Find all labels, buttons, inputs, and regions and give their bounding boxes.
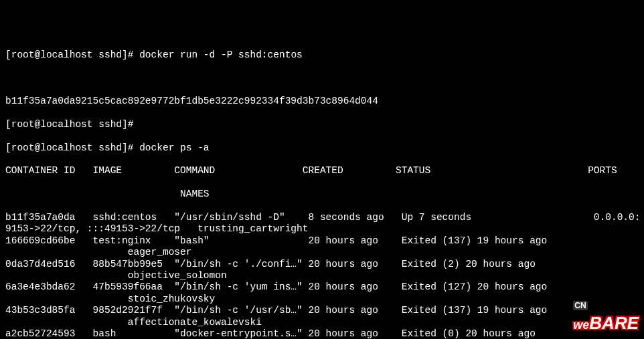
table-row: 166669cd66be test:nginx "bash" 20 hours … (5, 235, 639, 247)
watermark-bare: BARE (589, 313, 639, 333)
prompt: [root@localhost sshd]# (5, 49, 133, 60)
table-row-names: 9153->22/tcp, :::49153->22/tcp trusting_… (5, 223, 639, 235)
table-row: a2cb52724593 bash "docker-entrypoint.s…"… (5, 328, 639, 339)
table-row-names: stoic_zhukovsky (5, 294, 639, 305)
table-header: CONTAINER ID IMAGE COMMAND CREATED STATU… (5, 165, 639, 177)
command: docker run -d -P sshd:centos (139, 49, 303, 60)
table-row: 6a3e4e3bda62 47b5939f66aa "/bin/sh -c 'y… (5, 281, 639, 293)
table-row: 43b53c3d85fa 9852d2921f7f "/bin/sh -c '/… (5, 305, 639, 316)
watermark-we: we (573, 318, 589, 332)
terminal-line: [root@localhost sshd]# docker run -d -P … (5, 49, 639, 61)
output-line: b11f35a7a0da9215c5cac892e9772bf1db5e3222… (5, 96, 639, 107)
terminal-line: [root@localhost sshd]# docker ps -a (5, 142, 639, 154)
table-row-names: objective_solomon (5, 270, 639, 281)
table-row: b11f35a7a0da sshd:centos "/usr/sbin/sshd… (5, 212, 639, 223)
watermark-logo: CNweBARE (573, 301, 639, 334)
command: docker ps -a (139, 142, 209, 153)
table-row-names: affectionate_kowalevski (5, 317, 639, 328)
prompt: [root@localhost sshd]# (5, 142, 133, 153)
watermark-cn: CN (573, 301, 587, 310)
prompt: [root@localhost sshd]# (5, 119, 133, 130)
terminal-line: [root@localhost sshd]# (5, 119, 639, 130)
table-row-names: eager_moser (5, 247, 639, 258)
table-row: 0da37d4ed516 88b547bb99e5 "/bin/sh -c '.… (5, 259, 639, 270)
table-header: NAMES (5, 189, 639, 200)
terminal-line (5, 72, 639, 84)
